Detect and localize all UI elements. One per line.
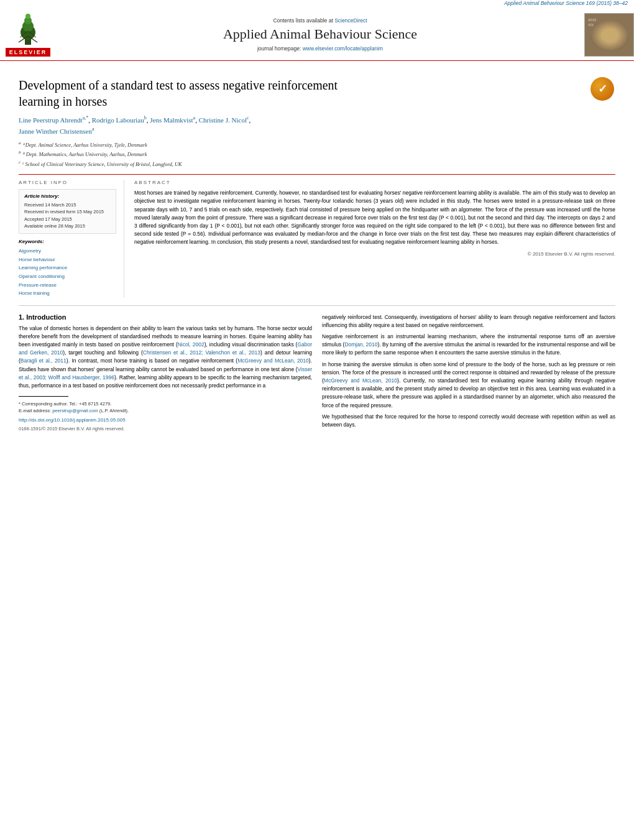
email-link[interactable]: peerstrup@gmail.com: [52, 408, 98, 413]
corresponding-author-note: * Corresponding author. Tel.: +45 8715 4…: [19, 400, 312, 407]
keyword-operant-conditioning: Operant conditioning: [19, 272, 116, 281]
affiliation-a: a ᵃ Dept. Animal Science, Aarhus Univers…: [19, 140, 615, 149]
crossmark-icon: ✓: [590, 77, 614, 101]
article-history-box: Article history: Received 14 March 2015 …: [19, 189, 116, 234]
affiliation-c: c ᶜ School of Clinical Veterinary Scienc…: [19, 159, 615, 168]
left-column: 1. Introduction The value of domestic ho…: [19, 313, 312, 432]
article-title-section: Development of a standard test to assess…: [19, 68, 615, 109]
abstract-heading: ABSTRACT: [134, 180, 615, 185]
authors-line: Line Peerstrup Ahrendta,*, Rodrigo Labou…: [19, 114, 615, 137]
journal-homepage-link[interactable]: www.elsevier.com/locate/applanim: [303, 45, 383, 52]
author-ahrendt[interactable]: Line Peerstrup Ahrendt: [19, 116, 83, 124]
sciencedirect-link[interactable]: ScienceDirect: [334, 17, 367, 24]
svg-point-10: [591, 20, 628, 51]
journal-header: Applied Animal Behaviour Science 169 (20…: [0, 0, 634, 60]
doi-link[interactable]: http://dx.doi.org/10.1016/j.applanim.201…: [19, 417, 312, 424]
received-revised-date: Received in revised form 15 May 2015: [24, 208, 111, 215]
svg-point-11: [595, 22, 618, 40]
citation-mcgreevy-1[interactable]: McGreevy and McLean, 2010: [237, 358, 309, 364]
elsevier-logo: ELSEVIER: [0, 12, 56, 57]
journal-cover-image: 2015 VOL 169: [584, 13, 634, 57]
affiliation-b: b ᵇ Dept. Mathematics, Aarhus University…: [19, 149, 615, 159]
available-date: Available online 28 May 2015: [24, 223, 111, 229]
abstract-column: ABSTRACT Most horses are trained by nega…: [134, 180, 615, 298]
keyword-pressure-release: Pressure-release: [19, 281, 116, 290]
abstract-text: Most horses are trained by negative rein…: [134, 189, 615, 246]
citation-mcgreevy-2[interactable]: McGreevy and McLean, 2010: [324, 377, 397, 384]
citation-domjan[interactable]: Domjan, 2010: [344, 341, 377, 348]
keyword-horse-behaviour: Horse behaviour: [19, 256, 116, 264]
crossmark-badge[interactable]: ✓: [590, 77, 615, 102]
citation-baragli[interactable]: Baragli et al., 2011: [21, 358, 67, 364]
introduction-heading: 1. Introduction: [19, 313, 312, 321]
footnotes: * Corresponding author. Tel.: +45 8715 4…: [19, 400, 312, 432]
right-column: negatively reinforced test. Consequently…: [322, 313, 615, 432]
citation-visser[interactable]: Visser et al., 2003; Wolff and Hausberge…: [19, 366, 312, 381]
svg-point-4: [25, 14, 30, 19]
author-malmkvist[interactable]: Jens Malmkvist: [150, 116, 193, 124]
citation-christensen[interactable]: Christensen et al., 2012; Valenchon et a…: [143, 349, 260, 356]
section-divider: [19, 305, 615, 306]
introduction-paragraph-1: The value of domestic horses is dependen…: [19, 325, 312, 390]
keyword-algometry: Algometry: [19, 247, 116, 256]
svg-text:VOL 169: VOL 169: [588, 23, 600, 27]
article-info-heading: ARTICLE INFO: [19, 180, 116, 185]
journal-top-bar: Applied Animal Behaviour Science 169 (20…: [0, 0, 634, 9]
paper-body: Development of a standard test to assess…: [0, 61, 634, 445]
received-date: Received 14 March 2015: [24, 201, 111, 208]
article-title: Development of a standard test to assess…: [19, 77, 578, 109]
main-content: 1. Introduction The value of domestic ho…: [19, 313, 615, 432]
copyright-line: © 2015 Elsevier B.V. All rights reserved…: [134, 251, 615, 257]
history-heading: Article history:: [24, 193, 111, 199]
journal-title: Applied Animal Behaviour Science: [56, 26, 584, 42]
affiliations: a ᵃ Dept. Animal Science, Aarhus Univers…: [19, 140, 615, 168]
elsevier-wordmark: ELSEVIER: [6, 48, 51, 57]
issn-line: 0168-1591/© 2015 Elsevier B.V. All right…: [19, 425, 312, 432]
author-nicol[interactable]: Christine J. Nicol: [199, 116, 247, 124]
journal-center: Contents lists available at ScienceDirec…: [56, 17, 584, 51]
author-labouriau[interactable]: Rodrigo Labouriau: [92, 116, 144, 124]
author-christensen[interactable]: Janne Winther Christensen: [19, 127, 92, 135]
keywords-section: Keywords: Algometry Horse behaviour Lear…: [19, 239, 116, 298]
keyword-learning-performance: Learning performance: [19, 264, 116, 272]
keyword-horse-training: Horse training: [19, 289, 116, 298]
accepted-date: Accepted 17 May 2015: [24, 216, 111, 223]
article-info-column: ARTICLE INFO Article history: Received 1…: [19, 180, 124, 298]
svg-text:2015: 2015: [588, 18, 597, 22]
introduction-continued: negatively reinforced test. Consequently…: [322, 313, 615, 429]
email-note: E-mail address: peerstrup@gmail.com (L.P…: [19, 407, 312, 414]
elsevier-tree-icon: [6, 12, 50, 47]
keywords-heading: Keywords:: [19, 239, 116, 244]
footnote-divider: [19, 396, 68, 397]
info-abstract-section: ARTICLE INFO Article history: Received 1…: [19, 174, 615, 298]
citation-nicol-2002[interactable]: Nicol, 2002: [178, 341, 204, 348]
